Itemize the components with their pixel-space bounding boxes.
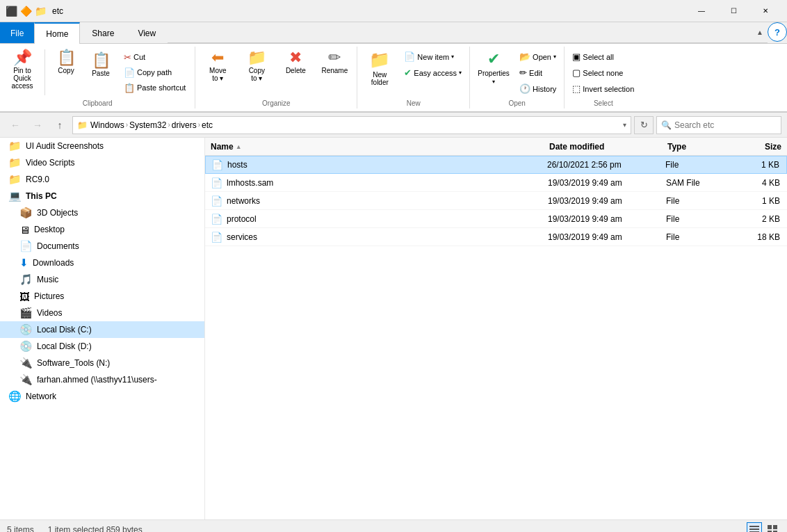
disk-c-icon: 💿 — [19, 323, 33, 336]
crumb-drivers[interactable]: drivers — [172, 120, 197, 130]
search-input[interactable] — [674, 120, 779, 130]
file-row-4[interactable]: 📄 services 19/03/2019 9:49 am File 18 KB — [205, 228, 787, 246]
invert-selection-button[interactable]: ⬚ Invert selection — [569, 81, 638, 96]
ribbon-collapse-btn[interactable]: ▲ — [756, 29, 763, 36]
cut-button[interactable]: ✂ Cut — [120, 50, 189, 65]
sidebar-this-pc-label: This PC — [26, 191, 57, 201]
sidebar-videos[interactable]: 🎬 Videos — [0, 305, 204, 321]
copy-icon: 📋 — [57, 50, 76, 65]
sidebar-this-pc[interactable]: 💻 This PC — [0, 188, 204, 204]
tab-home[interactable]: Home — [34, 22, 80, 44]
paste-button[interactable]: 📋 Paste — [86, 49, 116, 95]
sidebar-local-disk-d[interactable]: 💿 Local Disk (D:) — [0, 338, 204, 355]
pin-to-quick-access-button[interactable]: 📌 Pin to Quick access — [4, 47, 40, 98]
file-row-0[interactable]: 📄 hosts 26/10/2021 2:56 pm File 1 KB — [205, 156, 787, 174]
large-icons-view-button[interactable] — [765, 522, 780, 533]
sidebar-item-quick-access-2[interactable]: 📁 Video Scripts — [0, 154, 204, 171]
svg-rect-5 — [773, 525, 777, 529]
col-size[interactable]: Size — [731, 142, 787, 152]
new-item-button[interactable]: 📄 New item ▾ — [400, 49, 465, 64]
copy-to-button[interactable]: 📁 Copyto ▾ — [238, 47, 275, 92]
ribbon-group-new: 📁 Newfolder 📄 New item ▾ ✔ Easy access ▾ — [357, 47, 470, 108]
rename-button[interactable]: ✏ Rename — [316, 47, 352, 92]
delete-button[interactable]: ✖ Delete — [277, 47, 314, 92]
crumb-etc[interactable]: etc — [202, 120, 213, 130]
copy-path-button[interactable]: 📄 Copy path — [120, 65, 189, 80]
sidebar-pictures[interactable]: 🖼 Pictures — [0, 288, 204, 305]
address-dropdown-arrow[interactable]: ▾ — [623, 121, 626, 129]
file-icon-2: 📄 — [211, 195, 222, 207]
paste-shortcut-button[interactable]: 📋 Paste shortcut — [120, 81, 189, 95]
open-button[interactable]: 📂 Open ▾ — [516, 49, 560, 64]
sidebar-desktop[interactable]: 🖥 Desktop — [0, 221, 204, 238]
sidebar-network-drive[interactable]: 🔌 farhan.ahmed (\\asthyv11\users- — [0, 371, 204, 388]
videos-icon: 🎬 — [19, 307, 33, 319]
sidebar: 📁 UI Audit Screenshots 📁 Video Scripts 📁… — [0, 138, 205, 519]
new-items: 📁 Newfolder 📄 New item ▾ ✔ Easy access ▾ — [362, 47, 465, 98]
back-button[interactable]: ← — [6, 115, 25, 135]
help-button[interactable]: ? — [768, 22, 787, 42]
edit-label: Edit — [529, 69, 542, 77]
edit-button[interactable]: ✏ Edit — [516, 65, 560, 80]
refresh-button[interactable]: ↻ — [634, 116, 654, 134]
maximize-button[interactable]: ☐ — [717, 0, 749, 22]
sidebar-documents[interactable]: 📄 Documents — [0, 238, 204, 255]
address-bar[interactable]: 📁 Windows › System32 › drivers › etc ▾ — [72, 116, 631, 134]
properties-button[interactable]: ✔ Properties ▾ — [474, 47, 513, 92]
select-none-button[interactable]: ▢ Select none — [569, 65, 626, 80]
file-name-2: 📄 networks — [206, 195, 542, 207]
new-folder-button[interactable]: 📁 Newfolder — [362, 47, 398, 92]
close-button[interactable]: ✕ — [749, 0, 781, 22]
col-type[interactable]: Type — [662, 142, 731, 152]
window-controls: — ☐ ✕ — [685, 0, 781, 22]
tab-file[interactable]: File — [0, 22, 34, 43]
file-icon-4: 📄 — [211, 232, 222, 243]
easy-access-arrow: ▾ — [459, 70, 462, 76]
sidebar-software-tools[interactable]: 🔌 Software_Tools (N:) — [0, 355, 204, 371]
col-name[interactable]: Name ▲ — [205, 142, 544, 152]
sidebar-documents-label: Documents — [37, 241, 79, 251]
history-button[interactable]: 🕐 History — [516, 81, 560, 96]
search-bar[interactable]: 🔍 — [656, 116, 781, 134]
sidebar-label-3: RC9.0 — [26, 175, 49, 184]
sidebar-folder-icon-2: 📁 — [8, 156, 22, 169]
forward-button[interactable]: → — [28, 115, 47, 135]
tab-view[interactable]: View — [126, 22, 168, 43]
sidebar-3d-objects[interactable]: 📦 3D Objects — [0, 204, 204, 221]
crumb-system32[interactable]: System32 — [129, 120, 166, 130]
sidebar-music[interactable]: 🎵 Music — [0, 271, 204, 288]
copy-large-button[interactable]: 📋 Copy — [49, 47, 83, 92]
minimize-button[interactable]: — — [685, 0, 717, 22]
ribbon-group-open: ✔ Properties ▾ 📂 Open ▾ ✏ Edit 🕐 — [470, 47, 565, 108]
sidebar-downloads[interactable]: ⬇ Downloads — [0, 255, 204, 271]
open-arrow: ▾ — [553, 54, 556, 60]
pictures-icon: 🖼 — [19, 291, 30, 303]
sidebar-pictures-label: Pictures — [34, 291, 64, 301]
sidebar-item-quick-access-3[interactable]: 📁 RC9.0 — [0, 171, 204, 188]
sidebar-local-disk-c[interactable]: 💿 Local Disk (C:) — [0, 321, 204, 338]
col-date[interactable]: Date modified — [544, 142, 662, 152]
delete-icon: ✖ — [289, 50, 302, 65]
details-view-button[interactable] — [747, 522, 762, 533]
history-icon: 🕐 — [519, 83, 530, 94]
main-area: 📁 UI Audit Screenshots 📁 Video Scripts 📁… — [0, 138, 787, 519]
new-folder-label: Newfolder — [371, 71, 389, 86]
select-all-button[interactable]: ▣ Select all — [569, 49, 617, 64]
file-name-3: 📄 protocol — [206, 213, 542, 225]
sidebar-item-quick-access-1[interactable]: 📁 UI Audit Screenshots — [0, 138, 204, 154]
up-button[interactable]: ↑ — [50, 115, 70, 135]
copy-to-icon: 📁 — [248, 50, 266, 65]
move-to-icon: ⬅ — [211, 50, 224, 65]
file-row-1[interactable]: 📄 lmhosts.sam 19/03/2019 9:49 am SAM Fil… — [205, 174, 787, 192]
file-row-3[interactable]: 📄 protocol 19/03/2019 9:49 am File 2 KB — [205, 210, 787, 228]
easy-access-button[interactable]: ✔ Easy access ▾ — [400, 65, 465, 80]
delete-label: Delete — [286, 67, 306, 74]
sidebar-network[interactable]: 🌐 Network — [0, 388, 204, 405]
crumb-windows[interactable]: Windows — [90, 120, 124, 130]
file-row-2[interactable]: 📄 networks 19/03/2019 9:49 am File 1 KB — [205, 192, 787, 210]
move-to-button[interactable]: ⬅ Moveto ▾ — [200, 47, 236, 92]
sidebar-label-2: Video Scripts — [26, 158, 74, 168]
ribbon-tabs: File Home Share View ▲ ? — [0, 22, 787, 43]
tab-share[interactable]: Share — [80, 22, 126, 43]
address-folder-icon: 📁 — [77, 120, 88, 130]
